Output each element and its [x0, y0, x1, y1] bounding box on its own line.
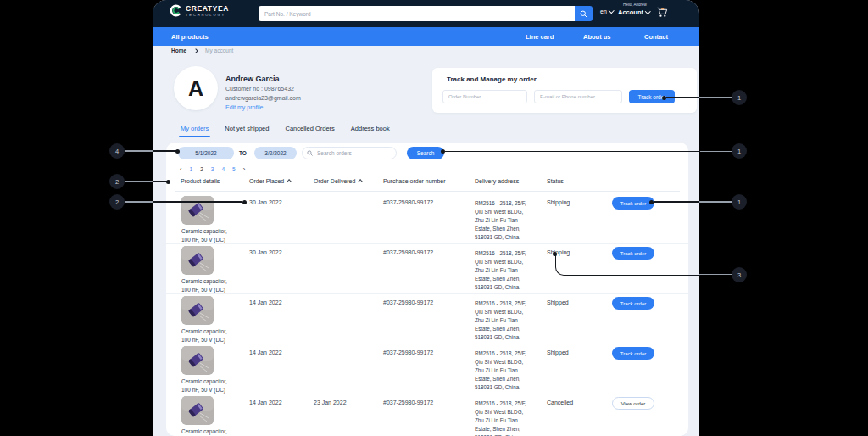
email-or-phone-input[interactable]	[534, 90, 622, 103]
page-4[interactable]: 4	[221, 166, 225, 172]
brand-logo-icon	[170, 4, 182, 17]
track-manage-panel: Track and Manage my order Track order	[432, 68, 697, 113]
purchase-order-number-value: #037-25980-99172	[383, 400, 433, 405]
page-prev-button[interactable]: ‹	[180, 165, 182, 173]
page-1[interactable]: 1	[190, 166, 193, 172]
col-product-details: Product details	[181, 178, 220, 184]
order-delivered-value: 23 Jan 2022	[314, 400, 347, 405]
date-to-input[interactable]: 3/2/2022	[254, 147, 297, 159]
col-order-placed[interactable]: Order Placed	[249, 178, 291, 184]
order-placed-value: 30 Jan 2022	[249, 199, 282, 205]
track-panel-title: Track and Manage my order	[447, 75, 537, 83]
purchase-order-number-value: #037-25980-99172	[383, 349, 433, 355]
order-row: Ceramic capacitor, 100 nF, 50 V (DC) 14 …	[166, 394, 688, 436]
status-value: Shipped	[547, 299, 569, 305]
product-image[interactable]	[181, 296, 214, 325]
callout-line	[666, 97, 732, 98]
col-status: Status	[547, 178, 564, 184]
col-order-delivered[interactable]: Order Delivered	[314, 178, 363, 184]
edit-profile-link[interactable]: Edit my profile	[225, 104, 263, 110]
brand-name: CREATYEA	[186, 5, 229, 13]
delivery-address-value: RM2516 - 2518, 25/F, Qiu Shi West BLDG, …	[475, 249, 531, 292]
order-search	[302, 147, 397, 159]
product-image[interactable]	[181, 196, 214, 225]
track-order-button[interactable]: Track order	[612, 197, 654, 210]
track-order-button[interactable]: Track order	[612, 347, 654, 360]
orders-search-button[interactable]: Search	[407, 147, 444, 159]
callout-1a: 1	[732, 90, 747, 105]
purchase-order-number-value: #037-25980-99172	[383, 199, 433, 205]
product-image[interactable]	[181, 396, 214, 425]
order-placed-value: 14 Jan 2022	[249, 400, 282, 405]
orders-card: 5/1/2022 TO 3/2/2022 Search ‹ 1 2 3 4	[166, 143, 688, 436]
date-from-input[interactable]: 5/1/2022	[178, 147, 234, 159]
product-name: Ceramic capacitor, 100 nF, 50 V (DC)	[181, 277, 251, 294]
nav-contact[interactable]: Contact	[644, 33, 668, 41]
cart-icon	[656, 7, 669, 19]
breadcrumb-home[interactable]: Home	[171, 48, 186, 53]
divider	[175, 191, 680, 192]
account-tabs: My orders Not yet shipped Cancelled Orde…	[181, 125, 390, 137]
callout-elbow-line	[555, 255, 700, 276]
col-purchase-order-number: Purchase order number	[383, 178, 446, 184]
order-placed-value: 14 Jan 2022	[249, 349, 282, 355]
part-search-button[interactable]	[575, 6, 593, 21]
delivery-address-value: RM2516 - 2518, 25/F, Qiu Shi West BLDG, …	[475, 299, 531, 342]
order-search-input[interactable]	[315, 149, 396, 157]
delivery-address-value: RM2516 - 2518, 25/F, Qiu Shi West BLDG, …	[475, 400, 531, 436]
nav-all-products[interactable]: All products	[171, 33, 209, 41]
nav-line-card[interactable]: Line card	[526, 33, 554, 41]
product-name: Ceramic capacitor, 100 nF, 50 V (DC)	[181, 377, 251, 394]
purchase-order-number-value: #037-25980-99172	[383, 249, 433, 255]
callout-line	[445, 151, 732, 153]
callout-dot	[441, 149, 445, 154]
track-order-button[interactable]: Track order	[612, 297, 654, 310]
callout-2b: 2	[109, 194, 125, 210]
callout-line	[699, 274, 732, 276]
callout-2a: 2	[109, 174, 125, 189]
callout-line	[125, 201, 242, 203]
cart-button[interactable]	[656, 7, 669, 19]
account-menu[interactable]: Hello, Andrew Account	[618, 3, 650, 15]
profile-name: Andrew Garcia	[225, 75, 280, 83]
status-value: Shipping	[547, 199, 570, 205]
language-label: en	[600, 8, 607, 14]
purchase-order-number-value: #037-25980-99172	[383, 299, 433, 305]
part-search-input[interactable]	[259, 6, 575, 21]
chevron-right-icon	[193, 48, 198, 53]
storefront-page: CREATYEA TECHNOLOGY en	[153, 0, 699, 436]
sort-up-icon	[287, 180, 292, 185]
tab-not-yet-shipped[interactable]: Not yet shipped	[225, 125, 269, 137]
main-navigation: All products Line card About us Contact	[153, 27, 699, 46]
tab-my-orders[interactable]: My orders	[181, 125, 209, 137]
order-placed-value: 30 Jan 2022	[249, 249, 282, 255]
pagination: ‹ 1 2 3 4 5 ›	[180, 165, 245, 173]
callout-1b: 1	[732, 143, 747, 159]
callout-dot	[175, 149, 180, 154]
tab-address-book[interactable]: Address book	[351, 125, 390, 137]
page-3[interactable]: 3	[211, 166, 214, 172]
view-order-button[interactable]: View order	[612, 397, 654, 410]
brand-logo[interactable]: CREATYEA TECHNOLOGY	[170, 4, 229, 17]
nav-about-us[interactable]: About us	[583, 33, 611, 41]
profile-customer-no: Customer no : 098765432	[225, 86, 294, 92]
product-image[interactable]	[181, 246, 214, 275]
page-next-button[interactable]: ›	[243, 165, 246, 173]
breadcrumb-current: My account	[205, 48, 233, 53]
language-selector[interactable]: en	[600, 8, 613, 14]
callout-3: 3	[732, 267, 747, 282]
delivery-address-value: RM2516 - 2518, 25/F, Qiu Shi West BLDG, …	[475, 199, 531, 242]
page-2-current[interactable]: 2	[200, 166, 203, 172]
callout-dot	[553, 252, 557, 256]
tab-cancelled-orders[interactable]: Cancelled Orders	[285, 125, 334, 137]
order-number-input[interactable]	[442, 90, 527, 103]
part-search	[259, 6, 593, 21]
orders-table-header: Product details Order Placed Order Deliv…	[166, 178, 688, 190]
callout-line	[125, 181, 169, 182]
status-value: Shipped	[547, 349, 569, 355]
page-5[interactable]: 5	[232, 166, 236, 172]
order-placed-value: 14 Jan 2022	[249, 299, 282, 305]
status-value: Cancelled	[547, 400, 573, 405]
callout-dot	[242, 200, 247, 204]
product-image[interactable]	[181, 346, 214, 375]
